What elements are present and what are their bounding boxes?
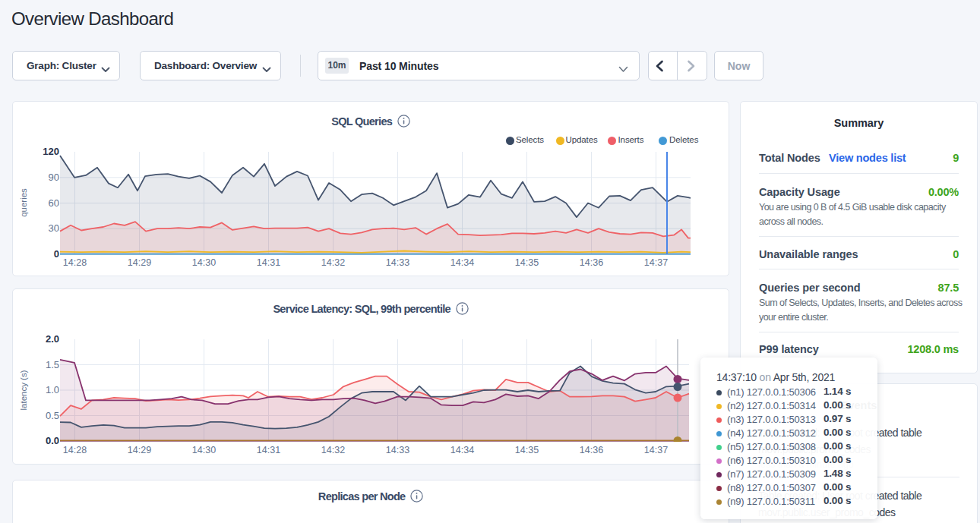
- svg-text:14:36: 14:36: [580, 257, 603, 268]
- svg-text:14:35: 14:35: [515, 445, 539, 455]
- svg-text:2.0: 2.0: [46, 333, 59, 345]
- svg-text:1.0: 1.0: [46, 384, 59, 395]
- svg-text:queries: queries: [19, 188, 28, 217]
- svg-text:14:28: 14:28: [63, 257, 87, 268]
- svg-text:14:33: 14:33: [386, 445, 409, 455]
- svg-text:14:29: 14:29: [128, 445, 151, 455]
- svg-text:120: 120: [43, 146, 59, 157]
- svg-text:0.0: 0.0: [46, 435, 59, 446]
- svg-text:0.5: 0.5: [46, 410, 59, 421]
- svg-text:latency (s): latency (s): [19, 370, 28, 410]
- svg-text:14:35: 14:35: [515, 257, 539, 268]
- svg-text:14:28: 14:28: [63, 445, 87, 455]
- svg-text:14:30: 14:30: [192, 257, 216, 268]
- svg-text:14:32: 14:32: [321, 445, 345, 455]
- svg-text:0: 0: [54, 248, 59, 260]
- svg-text:14:31: 14:31: [257, 257, 280, 268]
- svg-text:14:29: 14:29: [128, 257, 151, 268]
- svg-text:1.5: 1.5: [46, 359, 59, 370]
- svg-text:14:37: 14:37: [644, 257, 668, 268]
- svg-text:30: 30: [49, 222, 59, 234]
- svg-text:14:36: 14:36: [580, 445, 603, 455]
- svg-text:14:33: 14:33: [386, 257, 409, 268]
- svg-text:14:34: 14:34: [450, 257, 474, 268]
- svg-text:90: 90: [49, 172, 59, 183]
- svg-text:14:31: 14:31: [257, 445, 280, 455]
- svg-text:60: 60: [49, 197, 59, 209]
- svg-text:14:34: 14:34: [450, 445, 474, 455]
- svg-text:14:30: 14:30: [192, 445, 216, 455]
- svg-text:14:37: 14:37: [644, 445, 668, 455]
- svg-text:14:32: 14:32: [321, 257, 345, 268]
